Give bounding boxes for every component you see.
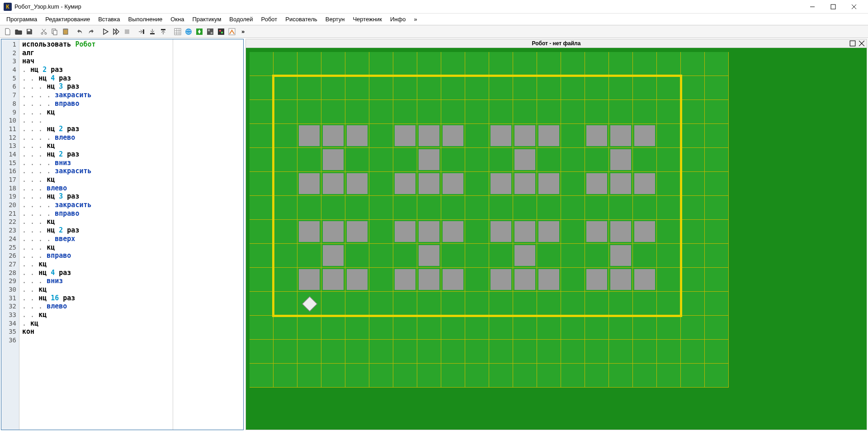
code-line[interactable]: . . . нц 2 раз (22, 150, 170, 159)
code-line[interactable]: . . . . вниз (22, 159, 170, 167)
code-line[interactable]: алг (22, 49, 170, 57)
code-line[interactable]: . . кц (22, 311, 170, 319)
code-line[interactable]: . . . кц (22, 108, 170, 117)
actor-2-icon[interactable] (184, 27, 193, 37)
code-line[interactable]: . . . влево (22, 302, 170, 311)
grid-cell (489, 124, 513, 148)
grid-cell (369, 364, 393, 388)
actor-4-icon[interactable] (205, 27, 215, 37)
code-line[interactable]: . кц (22, 319, 170, 328)
grid-cell (250, 52, 274, 76)
editor-pane: 1234567891011121314151617181920212223242… (1, 39, 244, 430)
grid-cell (657, 196, 681, 220)
grid-cell (369, 100, 393, 124)
code-line[interactable]: . нц 2 раз (22, 66, 170, 74)
code-line[interactable]: . . . (22, 116, 170, 125)
code-line[interactable]: . . . нц 2 раз (22, 226, 170, 235)
actor-3-icon[interactable] (194, 27, 204, 37)
menu-item[interactable]: Рисователь (282, 14, 321, 24)
code-line[interactable]: . . . нц 3 раз (22, 192, 170, 201)
cut-icon[interactable] (39, 27, 49, 37)
run-icon[interactable] (100, 27, 110, 37)
open-file-icon[interactable] (14, 27, 24, 37)
minimize-button[interactable] (802, 0, 823, 14)
grid-cell (441, 196, 465, 220)
menu-overflow[interactable]: » (410, 14, 420, 24)
code-line[interactable]: использовать Робот (22, 40, 170, 49)
code-line[interactable]: . . . . вправо (22, 99, 170, 108)
code-line[interactable]: . . . . закрасить (22, 201, 170, 209)
grid-cell (633, 340, 657, 364)
code-line[interactable]: . . нц 16 раз (22, 294, 170, 303)
menu-item[interactable]: Чертежник (349, 14, 386, 24)
code-line[interactable]: . . кц (22, 285, 170, 294)
actor-5-icon[interactable] (216, 27, 226, 37)
menu-item[interactable]: Программа (3, 14, 41, 24)
code-line[interactable]: . . . . закрасить (22, 91, 170, 99)
menu-item[interactable]: Редактирование (42, 14, 94, 24)
code-line[interactable]: . . . . вверх (22, 235, 170, 243)
code-line[interactable]: . . . кц (22, 243, 170, 252)
grid-cell (537, 340, 561, 364)
grid-cell (705, 76, 729, 100)
menu-item[interactable]: Выполнение (124, 14, 166, 24)
maximize-button[interactable] (823, 0, 844, 14)
close-button[interactable] (844, 0, 864, 14)
grid-cell (441, 52, 465, 76)
code-line[interactable]: . . . кц (22, 218, 170, 226)
stop-icon[interactable] (122, 27, 132, 37)
robot-canvas[interactable] (245, 48, 867, 430)
menu-item[interactable]: Водолей (226, 14, 256, 24)
actor-6-icon[interactable] (227, 27, 237, 37)
code-line[interactable]: . . нц 4 раз (22, 74, 170, 83)
save-file-icon[interactable] (24, 27, 34, 37)
undo-icon[interactable] (75, 27, 85, 37)
code-line[interactable]: кон (22, 327, 170, 336)
grid-cell (513, 364, 537, 388)
grid-cell (441, 148, 465, 172)
code-line[interactable]: . . . . закрасить (22, 167, 170, 175)
code-line[interactable]: нач (22, 57, 170, 66)
step-into-icon[interactable] (147, 27, 157, 37)
code-line[interactable]: . . . влево (22, 184, 170, 193)
code-line[interactable]: . . . . вправо (22, 209, 170, 218)
grid-cell (393, 244, 417, 268)
menu-item[interactable]: Вертун (322, 14, 349, 24)
paste-icon[interactable] (61, 27, 71, 37)
grid-cell (465, 172, 489, 196)
run-fast-icon[interactable] (111, 27, 121, 37)
code-line[interactable]: . . . нц 3 раз (22, 82, 170, 91)
grid-cell (345, 220, 369, 244)
menu-item[interactable]: Инфо (387, 14, 409, 24)
code-line[interactable]: . . . нц 2 раз (22, 125, 170, 133)
new-file-icon[interactable] (3, 27, 13, 37)
grid-cell (681, 76, 705, 100)
grid-cell (609, 100, 633, 124)
panel-maximize-icon[interactable] (849, 40, 856, 47)
panel-close-icon[interactable] (859, 40, 865, 47)
svg-rect-15 (175, 28, 181, 35)
code-line[interactable]: . . кц (22, 260, 170, 269)
menu-item[interactable]: Окна (167, 14, 188, 24)
grid-cell (321, 196, 345, 220)
code-line[interactable]: . . . вниз (22, 277, 170, 285)
grid-cell (369, 76, 393, 100)
copy-icon[interactable] (50, 27, 60, 37)
grid-cell (681, 100, 705, 124)
menu-item[interactable]: Вставка (94, 14, 123, 24)
code-line[interactable]: . . . . влево (22, 133, 170, 142)
menu-item[interactable]: Практикум (189, 14, 225, 24)
step-out-icon[interactable] (158, 27, 168, 37)
code-line[interactable]: . . . кц (22, 142, 170, 150)
menu-item[interactable]: Робот (258, 14, 281, 24)
code-editor[interactable]: использовать Роботалгнач. нц 2 раз. . нц… (19, 39, 173, 430)
redo-icon[interactable] (86, 27, 96, 37)
toolbar-overflow[interactable]: » (240, 28, 246, 35)
code-line[interactable]: . . . вправо (22, 251, 170, 260)
code-line[interactable]: . . нц 4 раз (22, 269, 170, 277)
grid-cell (489, 316, 513, 340)
actor-1-icon[interactable] (173, 27, 183, 37)
code-line[interactable]: . . . кц (22, 175, 170, 184)
step-icon[interactable] (137, 27, 146, 37)
code-line[interactable] (22, 336, 170, 345)
